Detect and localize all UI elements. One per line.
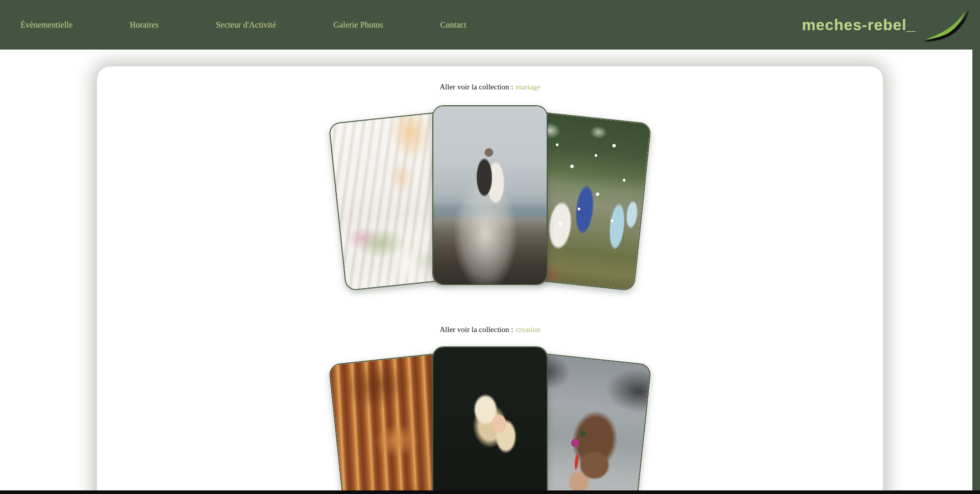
horizontal-scrollbar[interactable] xyxy=(0,490,980,494)
nav-item-galerie-photos[interactable]: Galerie Photos xyxy=(333,20,383,30)
blonde-portrait-photo xyxy=(433,347,547,494)
photo-card-blonde-portrait[interactable] xyxy=(432,346,548,494)
collection-title-creation: Aller voir la collection :creation xyxy=(97,323,883,336)
navbar: Évènementielle Horaires Secteur d'Activi… xyxy=(0,0,980,50)
card-fan-mariage xyxy=(97,105,883,295)
collection-link-creation[interactable]: creation xyxy=(516,325,540,334)
vertical-scrollbar[interactable] xyxy=(972,0,980,490)
content-panel: Aller voir la collection :mariage Aller … xyxy=(97,66,883,494)
nav-links: Évènementielle Horaires Secteur d'Activi… xyxy=(20,0,467,50)
collection-title-prefix: Aller voir la collection : xyxy=(439,83,513,91)
logo[interactable]: meches-rebel_ xyxy=(802,0,970,50)
collection-title-mariage: Aller voir la collection :mariage xyxy=(97,80,883,93)
collection-title-prefix: Aller voir la collection : xyxy=(439,325,513,334)
nav-item-evenementielle[interactable]: Évènementielle xyxy=(20,20,72,30)
logo-text: meches-rebel_ xyxy=(802,16,916,34)
nav-item-horaires[interactable]: Horaires xyxy=(130,20,159,30)
hair-swoosh-icon xyxy=(923,8,970,42)
collection-link-mariage[interactable]: mariage xyxy=(516,83,540,91)
nav-item-secteur-activite[interactable]: Secteur d'Activité xyxy=(216,20,276,30)
card-fan-creation xyxy=(97,346,883,494)
photo-card-beach-couple[interactable] xyxy=(432,105,548,285)
nav-item-contact[interactable]: Contact xyxy=(440,20,466,30)
beach-couple-photo xyxy=(433,106,547,284)
